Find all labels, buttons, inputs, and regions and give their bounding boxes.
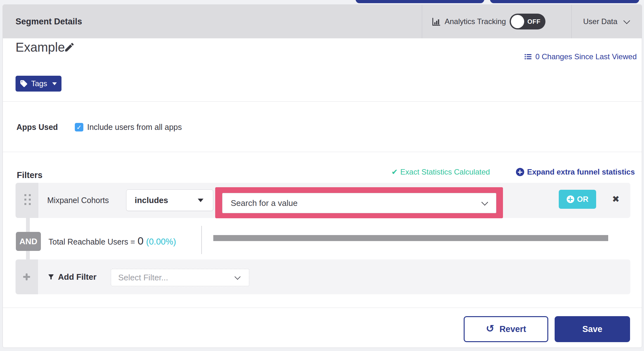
chevron-down-icon	[481, 199, 488, 205]
cutoff-tab-button-right[interactable]	[490, 0, 639, 3]
tags-button[interactable]: Tags	[16, 76, 61, 92]
user-data-dropdown[interactable]: User Data	[583, 5, 629, 38]
header-bar: Segment Details Analytics Tracking OFF U…	[3, 5, 642, 38]
check-icon: ✔	[391, 168, 398, 176]
expand-funnel-label: Expand extra funnel statistics	[527, 168, 635, 176]
analytics-tracking-toggle[interactable]: OFF	[510, 14, 545, 29]
section-divider	[3, 152, 642, 152]
segment-name: Example	[16, 38, 65, 57]
revert-icon: ↺	[486, 322, 494, 335]
bar-chart-icon	[431, 17, 441, 26]
cutoff-tab-button-left[interactable]	[356, 0, 484, 3]
total-reachable-users: Total Reachable Users = 0 (0.00%)	[48, 232, 176, 251]
caret-down-icon	[52, 82, 57, 85]
include-all-apps-checkbox[interactable]: ✓	[75, 123, 83, 131]
edit-pencil-icon[interactable]	[64, 41, 75, 53]
reachable-progress-bar	[213, 235, 608, 241]
section-divider	[3, 308, 642, 308]
apps-used-label: Apps Used	[16, 121, 58, 133]
reachable-value: 0	[138, 235, 144, 247]
include-all-apps-label: Include users from all apps	[87, 121, 182, 133]
checkmark-icon: ✓	[76, 124, 82, 131]
value-select-placeholder: Search for a value	[231, 198, 298, 208]
drag-dots-icon	[24, 194, 31, 205]
select-filter-dropdown[interactable]: Select Filter...	[111, 269, 249, 286]
toggle-knob	[511, 15, 524, 28]
save-button[interactable]: Save	[555, 316, 630, 342]
list-icon	[524, 53, 532, 61]
funnel-icon	[47, 273, 55, 281]
toggle-state-label: OFF	[527, 14, 541, 29]
add-filter-label: Add Filter	[58, 272, 96, 282]
and-label: AND	[19, 237, 37, 246]
chevron-down-icon	[235, 273, 241, 279]
tag-icon	[20, 80, 28, 88]
plus-circle-icon	[516, 168, 524, 176]
value-search-select[interactable]: Search for a value	[222, 193, 496, 213]
revert-button-label: Revert	[499, 324, 526, 334]
plus-circle-icon	[567, 195, 574, 203]
reachable-label: Total Reachable Users =	[48, 232, 135, 251]
operator-select[interactable]: includes	[126, 189, 213, 211]
filter-row-drag-handle[interactable]	[16, 183, 38, 218]
analytics-tracking-group: Analytics Tracking OFF	[431, 5, 545, 38]
remove-filter-button[interactable]: ✖	[611, 194, 621, 204]
highlight-annotation: Search for a value	[215, 187, 503, 218]
add-filter-strip[interactable]	[16, 259, 38, 294]
exact-statistics-label: Exact Statistics Calculated	[400, 168, 490, 176]
header-divider	[422, 5, 422, 38]
header-divider	[571, 5, 572, 38]
save-button-label: Save	[582, 324, 602, 334]
section-divider	[3, 101, 642, 102]
user-data-label: User Data	[583, 17, 617, 26]
revert-button[interactable]: ↺ Revert	[464, 316, 548, 342]
page-title: Segment Details	[16, 5, 82, 38]
reachable-percent: (0.00%)	[146, 237, 176, 247]
add-filter-label-group: Add Filter	[47, 259, 96, 294]
add-or-condition-button[interactable]: OR	[559, 190, 596, 209]
stats-divider	[201, 226, 202, 254]
or-button-label: OR	[577, 195, 589, 204]
segment-details-card: Segment Details Analytics Tracking OFF U…	[3, 4, 642, 348]
plus-icon	[23, 273, 30, 280]
expand-funnel-statistics-link[interactable]: Expand extra funnel statistics	[516, 166, 635, 178]
caret-down-icon	[198, 199, 203, 202]
filters-heading: Filters	[17, 168, 42, 182]
and-conjunction-badge: AND	[16, 232, 41, 251]
analytics-tracking-label: Analytics Tracking	[445, 17, 506, 26]
operator-value: includes	[135, 195, 168, 205]
changes-link-label: 0 Changes Since Last Viewed	[535, 52, 637, 61]
exact-statistics-status: ✔ Exact Statistics Calculated	[391, 166, 490, 178]
chevron-down-icon	[623, 17, 630, 24]
changes-since-last-viewed-link[interactable]: 0 Changes Since Last Viewed	[524, 51, 637, 62]
filter-attribute-label: Mixpanel Cohorts	[47, 183, 109, 218]
select-filter-placeholder: Select Filter...	[118, 273, 168, 283]
tags-button-label: Tags	[31, 79, 47, 88]
